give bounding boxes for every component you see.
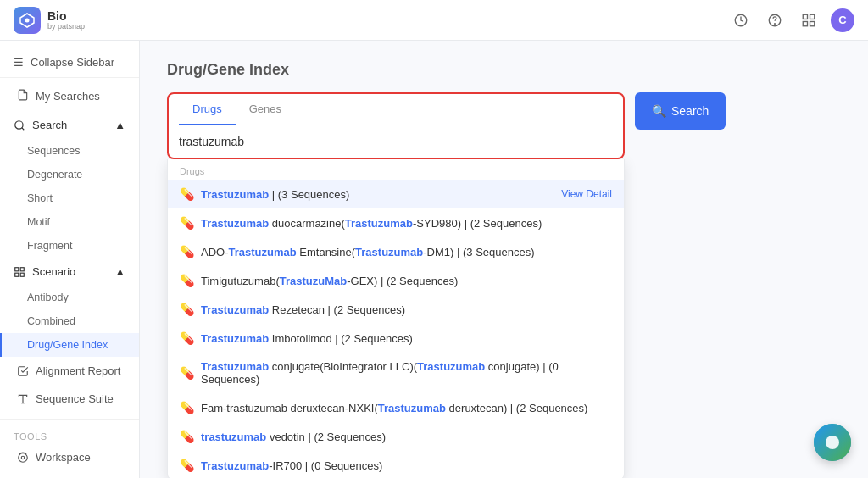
svg-rect-7 — [803, 21, 807, 25]
drug-icon-9: 💊 — [180, 459, 194, 472]
list-item[interactable]: 💊 Trastuzumab | (3 Sequences) View Detai… — [168, 180, 624, 208]
grid-icon[interactable] — [797, 8, 821, 32]
item-name-1: Trastuzumab duocarmazine(Trastuzumab-SYD… — [201, 217, 542, 230]
sequence-suite-icon — [17, 393, 29, 405]
item-left: 💊 Trastuzumab Rezetecan | (2 Sequences) — [180, 303, 405, 316]
tab-genes[interactable]: Genes — [236, 94, 295, 125]
tab-drugs[interactable]: Drugs — [179, 94, 236, 125]
sidebar-item-combined[interactable]: Combined — [0, 309, 139, 333]
item-name-8: trastuzumab vedotin | (2 Sequences) — [201, 431, 386, 443]
avatar[interactable]: C — [831, 8, 854, 32]
svg-rect-13 — [15, 273, 19, 276]
drug-icon-0: 💊 — [180, 187, 194, 201]
item-left: 💊 trastuzumab vedotin | (2 Sequences) — [180, 430, 386, 443]
sidebar-item-my-searches[interactable]: My Searches — [3, 81, 136, 111]
header-actions: C — [729, 8, 854, 32]
sidebar-search-section[interactable]: Search ▲ — [0, 111, 139, 139]
search-and-results: Drugs Genes 🔍 Search Drugs 💊 — [167, 92, 841, 478]
list-item[interactable]: 💊 ADO-Trastuzumab Emtansine(Trastuzumab-… — [168, 237, 624, 266]
workspace-label: Workspace — [36, 451, 91, 464]
logo-text: Bio by patsnap — [47, 10, 85, 31]
item-left: 💊 Trastuzumab Imbotolimod | (2 Sequences… — [180, 331, 413, 345]
sidebar-item-short[interactable]: Short — [0, 186, 139, 210]
drug-icon-8: 💊 — [180, 430, 194, 443]
sidebar-search-label: Search — [32, 119, 67, 131]
svg-point-17 — [21, 456, 25, 459]
tools-label: Tools — [0, 426, 139, 443]
drug-icon-1: 💊 — [180, 216, 194, 230]
search-btn-label: Search — [671, 104, 709, 118]
svg-rect-8 — [810, 21, 815, 25]
list-item[interactable]: 💊 Trastuzumab Imbotolimod | (2 Sequences… — [168, 324, 624, 353]
page-title: Drug/Gene Index — [167, 61, 841, 79]
chevron-up-icon2: ▲ — [114, 265, 125, 278]
sidebar-item-sequences[interactable]: Sequences — [0, 139, 139, 163]
svg-point-1 — [25, 18, 30, 22]
sidebar-item-degenerate[interactable]: Degenerate — [0, 163, 139, 186]
alignment-icon — [17, 365, 29, 377]
sidebar-item-motif[interactable]: Motif — [0, 210, 139, 234]
search-input[interactable] — [179, 135, 613, 148]
dropdown-label: Drugs — [168, 159, 624, 180]
item-name-4: Trastuzumab Rezetecan | (2 Sequences) — [201, 303, 405, 316]
item-left: 💊 Timigutuzumab(TrastuzuMab-GEX) | (2 Se… — [180, 274, 458, 287]
list-item[interactable]: 💊 Trastuzumab conjugate(BioIntegrator LL… — [168, 353, 624, 393]
item-name-9: Trastuzumab-IR700 | (0 Sequences) — [201, 459, 382, 472]
item-name-7: Fam-trastuzumab deruxtecan-NXKI(Trastuzu… — [201, 402, 587, 414]
drug-icon-5: 💊 — [180, 331, 194, 345]
list-item[interactable]: 💊 Fam-trastuzumab deruxtecan-NXKI(Trastu… — [168, 393, 624, 422]
list-item[interactable]: 💊 Trastuzumab-IR700 | (0 Sequences) — [168, 451, 624, 478]
item-left: 💊 Trastuzumab conjugate(BioIntegrator LL… — [180, 360, 612, 386]
main-content: Drug/Gene Index Drugs Genes 🔍 Search — [140, 41, 868, 478]
search-button[interactable]: 🔍 Search — [635, 92, 726, 130]
sidebar: ☰ Collapse Sidebar My Searches Search ▲ … — [0, 41, 140, 478]
item-name-0: Trastuzumab | (3 Sequences) — [201, 188, 349, 201]
sidebar-item-fragment[interactable]: Fragment — [0, 234, 139, 258]
item-left: 💊 Fam-trastuzumab deruxtecan-NXKI(Trastu… — [180, 401, 587, 414]
list-item[interactable]: 💊 Trastuzumab duocarmazine(Trastuzumab-S… — [168, 208, 624, 237]
svg-rect-14 — [20, 273, 24, 276]
sidebar-item-alignment-report[interactable]: Alignment Report — [3, 357, 136, 385]
sidebar-scenario-label: Scenario — [32, 265, 75, 278]
search-btn-icon: 🔍 — [652, 104, 666, 118]
header: Bio by patsnap C — [0, 0, 868, 41]
sidebar-scenario-section[interactable]: Scenario ▲ — [0, 258, 139, 286]
svg-point-4 — [775, 23, 776, 24]
view-detail-link[interactable]: View Detail — [561, 188, 612, 200]
sidebar-item-antibody[interactable]: Antibody — [0, 286, 139, 309]
logo-title: Bio — [47, 10, 85, 22]
history-icon[interactable] — [729, 8, 753, 32]
svg-rect-12 — [20, 267, 24, 270]
collapse-sidebar-label: Collapse Sidebar — [31, 56, 114, 69]
search-section-icon — [14, 119, 25, 131]
list-item[interactable]: 💊 trastuzumab vedotin | (2 Sequences) — [168, 422, 624, 451]
logo-sub: by patsnap — [47, 22, 85, 31]
drug-icon-6: 💊 — [180, 366, 194, 380]
collapse-sidebar-button[interactable]: ☰ Collapse Sidebar — [0, 47, 139, 78]
search-input-row — [169, 125, 623, 158]
chevron-up-icon: ▲ — [114, 119, 125, 131]
svg-rect-5 — [803, 14, 807, 19]
fab-button[interactable] — [814, 424, 851, 461]
item-left: 💊 Trastuzumab | (3 Sequences) — [180, 187, 349, 201]
item-left: 💊 Trastuzumab duocarmazine(Trastuzumab-S… — [180, 216, 542, 230]
svg-line-10 — [22, 127, 25, 130]
sidebar-item-workspace[interactable]: Workspace — [3, 443, 136, 471]
tabs-row: Drugs Genes — [169, 94, 623, 125]
logo: Bio by patsnap — [14, 7, 85, 34]
dropdown-results: Drugs 💊 Trastuzumab | (3 Sequences) View… — [167, 159, 625, 478]
logo-icon — [14, 7, 41, 34]
item-name-5: Trastuzumab Imbotolimod | (2 Sequences) — [201, 332, 413, 345]
list-item[interactable]: 💊 Timigutuzumab(TrastuzuMab-GEX) | (2 Se… — [168, 266, 624, 295]
item-name-3: Timigutuzumab(TrastuzuMab-GEX) | (2 Sequ… — [201, 275, 458, 287]
sidebar-footer: Tools Workspace — [0, 419, 139, 471]
help-icon[interactable] — [763, 8, 787, 32]
list-item[interactable]: 💊 Trastuzumab Rezetecan | (2 Sequences) — [168, 295, 624, 324]
item-name-6: Trastuzumab conjugate(BioIntegrator LLC)… — [201, 360, 612, 386]
sidebar-item-drug-gene-index[interactable]: Drug/Gene Index — [0, 333, 139, 357]
sidebar-item-sequence-suite[interactable]: Sequence Suite — [3, 385, 136, 413]
svg-rect-11 — [15, 267, 19, 270]
search-panel: Drugs Genes — [167, 92, 625, 159]
item-name-2: ADO-Trastuzumab Emtansine(Trastuzumab-DM… — [201, 246, 535, 258]
svg-point-9 — [15, 120, 23, 128]
